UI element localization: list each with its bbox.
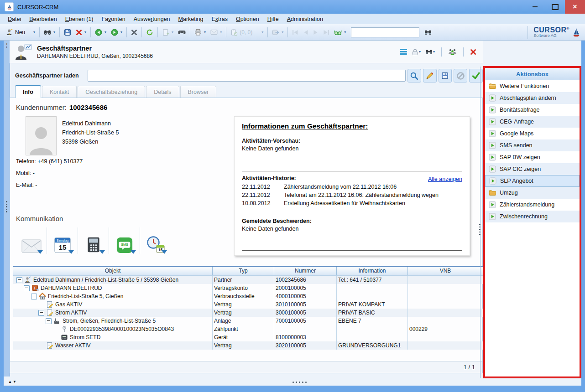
cancel-button[interactable] xyxy=(129,28,139,37)
aktionsbox-item-slp-angebot[interactable]: SLP Angebot xyxy=(485,175,580,187)
expander-collapse-icon[interactable] xyxy=(46,318,52,324)
aktionsbox-item-abschlagsplan-ndern[interactable]: Abschlagsplan ändern xyxy=(485,92,580,104)
aktionsbox-item-weitere-funktionen[interactable]: Weitere Funktionen xyxy=(485,80,580,92)
expander-collapse-icon[interactable] xyxy=(31,294,37,299)
lookup-button[interactable] xyxy=(407,69,421,83)
aktionsbox-item-google-maps[interactable]: Google Maps xyxy=(485,128,580,139)
aktionsbox-item-ceg-anfrage[interactable]: CEG-Anfrage xyxy=(485,116,580,128)
column-header-information[interactable]: Information xyxy=(337,267,408,275)
tree-row-vertrag[interactable]: Wasser AKTIVVertrag3020100005GRUNDVERSOR… xyxy=(13,341,483,350)
expander-collapse-icon[interactable] xyxy=(24,285,30,291)
cancel-x-icon xyxy=(131,29,137,36)
save-record-button[interactable] xyxy=(439,69,452,83)
delete-button[interactable]: ▾ xyxy=(74,28,88,37)
quicksearch-input[interactable] xyxy=(351,27,419,37)
tab-info[interactable]: Info xyxy=(15,85,41,98)
menu-item-favoriten[interactable]: Favoriten xyxy=(98,15,130,24)
aktionsbox-item-sap-bw-zeigen[interactable]: SAP BW zeigen xyxy=(485,151,580,163)
close-record-button[interactable] xyxy=(470,49,476,55)
komm-wiedervorlage-button[interactable]: 15 xyxy=(140,227,171,254)
komm-telefon-button[interactable] xyxy=(78,227,109,254)
discard-button[interactable] xyxy=(454,69,467,83)
bottom-collapse-icons[interactable]: ▲▼ xyxy=(8,380,17,384)
aktionsbox-item-bonit-tsabfrage[interactable]: Bonitätsabfrage xyxy=(485,104,580,116)
new-document-button[interactable]: ▾ xyxy=(160,27,175,37)
group-button[interactable] xyxy=(448,48,457,55)
tree-row-partner[interactable]: Edeltrud Dahlmann / Friedrich-List-Straß… xyxy=(13,276,483,284)
menu-item-marketing[interactable]: Marketing xyxy=(174,15,208,24)
mail-button[interactable]: ▾ xyxy=(209,28,224,36)
expander-collapse-icon[interactable] xyxy=(38,310,44,316)
tab-details[interactable]: Details xyxy=(146,86,179,98)
column-header-typ[interactable]: Typ xyxy=(213,267,274,275)
titlebar: CURSOR-CRM × xyxy=(0,0,585,14)
new-button[interactable]: Neu ▾ xyxy=(4,27,37,37)
maximize-button[interactable] xyxy=(545,0,565,14)
quicksearch-scope-button[interactable]: ▾ xyxy=(332,27,348,37)
selection-counter-button[interactable]: (0, 0) ▾ xyxy=(229,27,265,37)
export-button[interactable]: ▾ xyxy=(270,27,285,37)
save-button[interactable] xyxy=(62,27,73,37)
quicksearch-go-button[interactable] xyxy=(423,27,434,37)
tree-row-vertragskonto[interactable]: TDAHLMANN EDELTRUDVertragskonto200010000… xyxy=(13,284,483,292)
menu-item-optionen[interactable]: Optionen xyxy=(232,15,263,24)
menu-item-hilfe[interactable]: Hilfe xyxy=(263,15,283,24)
tab-kontakt[interactable]: Kontakt xyxy=(42,86,77,98)
tab-browser[interactable]: Browser xyxy=(180,86,217,98)
right-panel-splitter[interactable] xyxy=(480,67,482,378)
edit-button[interactable] xyxy=(423,69,437,83)
minimize-button[interactable] xyxy=(525,0,545,14)
tree-row-verbrauchsstelle[interactable]: Friedrich-List-Straße 5, GießenVerbrauch… xyxy=(13,292,483,300)
tree-row-ger-t[interactable]: Strom SETDGerät8100000003 xyxy=(13,333,483,341)
nav-prev-button[interactable] xyxy=(301,28,310,36)
aktionsbox-item-label: Weitere Funktionen xyxy=(500,83,549,89)
aktionsbox-item-sms-senden[interactable]: SMS senden xyxy=(485,139,580,151)
tree-row-z-hlpunkt[interactable]: DE000229353984000100023N5035O0843Zählpun… xyxy=(13,325,483,333)
komm-email-button[interactable] xyxy=(16,227,47,254)
close-button[interactable]: × xyxy=(565,0,585,14)
tree-row-vertrag[interactable]: Strom AKTIVVertrag3000100005PRIVAT BASIC xyxy=(13,309,483,317)
lock-button[interactable]: ▾ xyxy=(412,48,421,56)
print-button[interactable]: ▾ xyxy=(193,27,208,37)
forward-button[interactable]: ▾ xyxy=(109,27,124,37)
panel-collapse-icons[interactable]: ‹› xyxy=(5,42,9,49)
bottom-splitter-handle-icon[interactable] xyxy=(292,382,307,383)
menu-item-extras[interactable]: Extras xyxy=(207,15,231,24)
nav-first-button[interactable] xyxy=(290,28,300,36)
komm-sms-button[interactable]: SMS xyxy=(109,227,140,254)
aktionsbox-item-sap-cic-zeigen[interactable]: SAP CIC zeigen xyxy=(485,163,580,175)
tree-row-anlage[interactable]: Strom, Gießen, Friedrich-List-Straße 5An… xyxy=(13,317,483,325)
aktionsbox-item-umzug[interactable]: Umzug xyxy=(485,187,580,199)
loader-input[interactable] xyxy=(88,70,406,82)
column-header-objekt[interactable]: Objekt xyxy=(13,267,213,275)
expander-collapse-icon[interactable] xyxy=(16,277,22,283)
search-button[interactable]: ▾ xyxy=(42,27,57,37)
console-button[interactable] xyxy=(176,28,188,37)
save-icon xyxy=(64,29,71,36)
tree-row-vertrag[interactable]: Gas AKTIVVertrag3010100005PRIVAT KOMPAKT xyxy=(13,300,483,309)
alle-anzeigen-link[interactable]: Alle anzeigen xyxy=(428,176,462,182)
menu-hamburger-icon[interactable] xyxy=(400,49,407,55)
text-line: Edeltrud Dahlmann xyxy=(62,119,119,128)
column-header-vnb[interactable]: VNB xyxy=(408,267,483,275)
menu-item-auswertungen[interactable]: Auswertungen xyxy=(130,15,174,24)
aktionsbox-item-z-hlerstandsmeldung[interactable]: Zählerstandsmeldung xyxy=(485,199,580,211)
menu-item-bearbeiten[interactable]: Bearbeiten xyxy=(25,15,61,24)
svg-text:SMS: SMS xyxy=(121,243,128,247)
back-button[interactable]: ▾ xyxy=(93,27,108,37)
komm-termin-button[interactable]: Samstag15 xyxy=(47,227,78,254)
header-search-button[interactable]: ▾ xyxy=(425,48,435,56)
mail-icon xyxy=(210,29,218,35)
nav-next-button[interactable] xyxy=(311,28,320,36)
menu-item-administration[interactable]: Administration xyxy=(283,15,327,24)
tab-gesch-ftsbeziehung[interactable]: Geschäftsbeziehung xyxy=(78,86,145,98)
menu-item-ebenen-1[interactable]: Ebenen (1) xyxy=(61,15,98,24)
column-header-nummer[interactable]: Nummer xyxy=(274,267,337,275)
silhouette-icon xyxy=(29,123,53,155)
menu-item-datei[interactable]: Datei xyxy=(4,15,25,24)
refresh-button[interactable] xyxy=(144,27,155,37)
aktionsbox-item-zwischenrechnung[interactable]: Zwischenrechnung xyxy=(485,211,580,222)
right-splitter-handle-icon xyxy=(479,224,481,235)
nav-last-button[interactable] xyxy=(321,28,331,36)
left-collapsed-panel-splitter[interactable]: ‹› xyxy=(4,41,10,377)
